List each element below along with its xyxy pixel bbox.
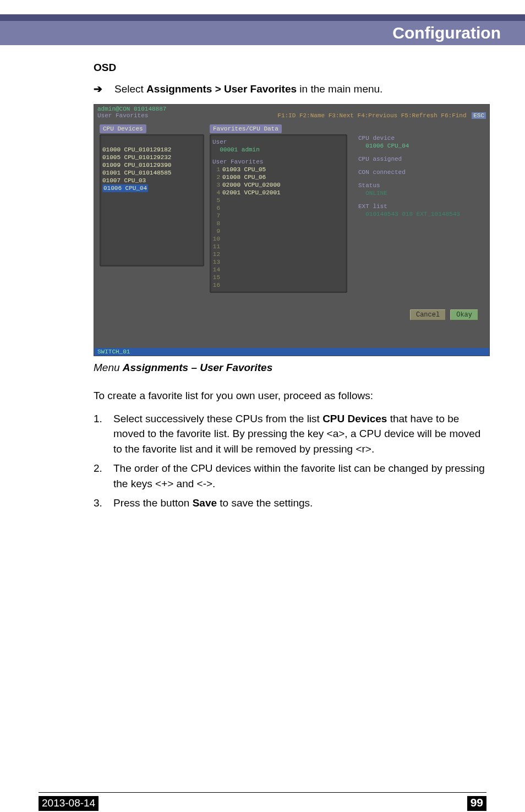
okay-button[interactable]: Okay <box>450 309 478 320</box>
con-connected-label: CON connected <box>358 168 484 176</box>
osd-screenshot: admin@CON 010148887 User Favorites F1:ID… <box>94 104 490 356</box>
figure-caption: Menu Assignments – User Favorites <box>94 362 486 374</box>
favorites-title: Favorites/CPU Data <box>210 124 282 133</box>
osd-footer-switch: SWITCH_01 <box>94 348 489 356</box>
step-3: 3. Press the button Save to save the set… <box>94 495 486 511</box>
fav-slot[interactable]: 10 <box>212 235 344 243</box>
fav-slot[interactable]: 12 <box>212 250 344 258</box>
page-footer: 2013-08-14 99 <box>39 792 486 811</box>
list-item[interactable]: 01001 CPU_010148585 <box>102 169 201 177</box>
ext-list-label: EXT list <box>358 203 484 210</box>
footer-page-number: 99 <box>467 796 486 811</box>
list-item[interactable]: 01000 CPU_010129182 <box>102 146 201 154</box>
cancel-button[interactable]: Cancel <box>410 309 446 320</box>
fav-slot[interactable]: 16 <box>212 281 344 289</box>
fav-slot[interactable]: 13 <box>212 258 344 266</box>
arrow-icon: ➔ <box>94 83 105 95</box>
list-item[interactable]: 01009 CPU_010129390 <box>102 161 201 169</box>
osd-breadcrumb: User Favorites <box>97 112 148 119</box>
list-item[interactable]: 01007 CPU_03 <box>102 177 201 184</box>
step-1: 1. Select successively these CPUs from t… <box>94 411 486 457</box>
user-value: 00001 admin <box>212 146 344 154</box>
user-label: User <box>212 138 344 146</box>
cpu-devices-list[interactable]: 01000 CPU_010129182 01005 CPU_010129232 … <box>100 134 204 266</box>
instruction-prefix: Select <box>114 83 146 95</box>
details-panel: CPU device 01006 CPU_04 CPU assigned CON… <box>353 124 484 293</box>
fav-slot[interactable]: 7 <box>212 212 344 220</box>
instruction-line: ➔ Select Assignments > User Favorites in… <box>94 83 486 95</box>
fav-slot[interactable]: 201008 CPU_06 <box>212 173 344 181</box>
fav-slot[interactable]: 5 <box>212 197 344 204</box>
fav-slot[interactable]: 302000 VCPU_02000 <box>212 181 344 189</box>
fav-slot[interactable]: 402001 VCPU_02001 <box>212 189 344 197</box>
instruction-bold: Assignments > User Favorites <box>146 83 297 95</box>
fav-slot[interactable]: 14 <box>212 266 344 274</box>
step-2: 2. The order of the CPU devices within t… <box>94 461 486 491</box>
fav-slot[interactable]: 8 <box>212 220 344 227</box>
osd-esc[interactable]: ESC <box>472 112 486 119</box>
osd-heading: OSD <box>94 62 486 74</box>
fav-slot[interactable]: 15 <box>212 274 344 281</box>
cpu-devices-title: CPU Devices <box>100 124 146 133</box>
osd-fkeys[interactable]: F1:ID F2:Name F3:Next F4:Previous F5:Ref… <box>277 112 466 119</box>
favorites-panel: User 00001 admin User Favorites 101003 C… <box>210 134 347 293</box>
page-header: Configuration <box>0 14 525 45</box>
list-item[interactable]: 01005 CPU_010129232 <box>102 154 201 161</box>
fav-slot[interactable]: 6 <box>212 204 344 212</box>
cpu-device-label: CPU device <box>358 134 484 142</box>
footer-date: 2013-08-14 <box>39 796 99 811</box>
cpu-assigned-label: CPU assigned <box>358 155 484 163</box>
fav-slot[interactable]: 101003 CPU_05 <box>212 166 344 173</box>
osd-admin-line: admin@CON 010148887 <box>94 105 489 112</box>
status-label: Status <box>358 182 484 189</box>
status-value: ONLINE <box>358 189 484 197</box>
page-title: Configuration <box>392 24 501 42</box>
intro-paragraph: To create a favorite list for you own us… <box>94 388 486 404</box>
ext-list-value: 010148543 018 EXT_10148543 <box>358 210 484 218</box>
instruction-suffix: in the main menu. <box>297 83 382 95</box>
fav-slot[interactable]: 9 <box>212 227 344 235</box>
fav-slot[interactable]: 11 <box>212 243 344 250</box>
list-item-selected[interactable]: 01006 CPU_04 <box>102 184 148 192</box>
user-favorites-label: User Favorites <box>212 158 344 166</box>
cpu-device-value: 01006 CPU_04 <box>358 142 484 150</box>
